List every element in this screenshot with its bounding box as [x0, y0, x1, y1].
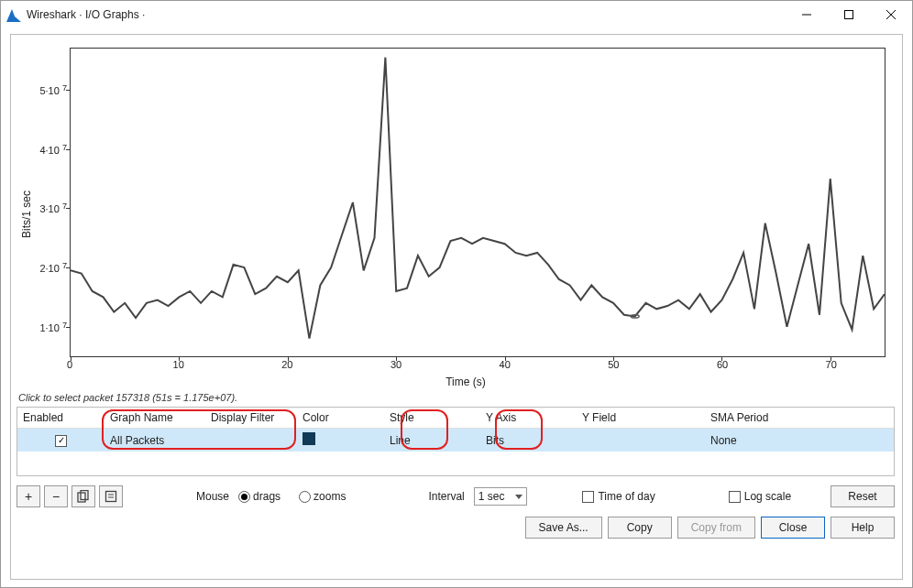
cell-yfield[interactable]: [577, 429, 705, 452]
y-axis-label: Bits/1 sec: [20, 191, 33, 238]
reset-button[interactable]: Reset: [830, 485, 895, 507]
x-tick-label: 50: [608, 359, 619, 370]
enabled-checkbox[interactable]: [55, 435, 67, 447]
x-ticks: 010203040506070: [70, 357, 886, 374]
duplicate-graph-button[interactable]: [72, 485, 95, 507]
cell-style[interactable]: Line: [384, 429, 480, 452]
cell-sma[interactable]: None: [705, 429, 894, 452]
x-tick-label: 40: [500, 359, 511, 370]
copyfrom-button[interactable]: Copy from: [677, 517, 755, 539]
y-tick-label: 5·10 7: [39, 83, 67, 97]
toolbar: + − Mouse drags zooms Interval 1 sec Tim…: [16, 485, 895, 507]
add-graph-button[interactable]: +: [16, 485, 40, 507]
client-area: Bits/1 sec 1·10 72·10 73·10 74·10 75·10 …: [10, 34, 903, 580]
y-ticks: 1·10 72·10 73·10 74·10 75·10 7: [32, 49, 69, 356]
series-line: [71, 49, 885, 356]
logscale-checkbox[interactable]: Log scale: [729, 490, 791, 503]
svg-rect-1: [845, 11, 853, 19]
table-row[interactable]: All Packets Line Bits None: [17, 429, 894, 452]
table-header-row: Enabled Graph Name Display Filter Color …: [17, 408, 894, 429]
col-style[interactable]: Style: [384, 408, 480, 429]
y-tick-label: 2·10 7: [39, 261, 67, 275]
x-axis-label: Time (s): [37, 376, 895, 388]
plot-area[interactable]: 1·10 72·10 73·10 74·10 75·10 7: [70, 48, 886, 357]
dialog-button-row: Save As... Copy Copy from Close Help: [16, 517, 895, 539]
x-tick-label: 0: [67, 359, 72, 370]
x-tick-label: 60: [717, 359, 728, 370]
chevron-down-icon: [515, 495, 522, 499]
help-button[interactable]: Help: [830, 517, 895, 539]
col-yaxis[interactable]: Y Axis: [480, 408, 577, 429]
x-tick-label: 20: [281, 359, 292, 370]
radio-drags[interactable]: drags: [238, 490, 280, 503]
svg-rect-5: [78, 493, 85, 502]
maximize-button[interactable]: [828, 1, 870, 28]
remove-graph-button[interactable]: −: [44, 485, 68, 507]
cell-graph-name[interactable]: All Packets: [104, 429, 205, 452]
y-tick-label: 4·10 7: [39, 143, 67, 157]
toolbar-left-group: + −: [16, 485, 123, 507]
minimize-button[interactable]: [786, 1, 828, 28]
window-frame: Wireshark · I/O Graphs · Bits/1 sec 1·10…: [0, 0, 913, 588]
col-color[interactable]: Color: [297, 408, 384, 429]
cell-display-filter[interactable]: [205, 429, 297, 452]
title-bar: Wireshark · I/O Graphs ·: [1, 1, 912, 28]
copy-button[interactable]: Copy: [608, 517, 672, 539]
col-display-filter[interactable]: Display Filter: [205, 408, 297, 429]
app-icon: [6, 7, 21, 22]
interval-label: Interval: [428, 490, 464, 503]
color-swatch[interactable]: [302, 432, 315, 445]
x-tick-label: 30: [390, 359, 402, 370]
plot-outer: 1·10 72·10 73·10 74·10 75·10 7 010203040…: [37, 40, 895, 388]
x-tick-label: 10: [173, 359, 184, 370]
status-line: Click to select packet 157318 (51s = 1.1…: [16, 388, 895, 407]
svg-rect-7: [106, 492, 116, 502]
svg-rect-6: [81, 491, 88, 500]
close-button[interactable]: Close: [761, 517, 825, 539]
clear-graphs-button[interactable]: [99, 485, 123, 507]
chart-panel: Bits/1 sec 1·10 72·10 73·10 74·10 75·10 …: [16, 40, 895, 388]
interval-select[interactable]: 1 sec: [474, 487, 528, 506]
saveas-button[interactable]: Save As...: [525, 517, 602, 539]
col-yfield[interactable]: Y Field: [577, 408, 705, 429]
window-title: Wireshark · I/O Graphs ·: [27, 8, 145, 21]
timeofday-checkbox[interactable]: Time of day: [582, 490, 654, 503]
y-tick-label: 3·10 7: [39, 201, 67, 215]
col-sma[interactable]: SMA Period: [705, 408, 894, 429]
y-tick-label: 1·10 7: [39, 320, 67, 333]
col-graph-name[interactable]: Graph Name: [104, 408, 205, 429]
mouse-label: Mouse: [196, 490, 229, 503]
close-window-button[interactable]: [870, 1, 912, 28]
graph-config-table: Enabled Graph Name Display Filter Color …: [16, 407, 895, 476]
col-enabled[interactable]: Enabled: [17, 408, 104, 429]
radio-zooms[interactable]: zooms: [299, 490, 346, 503]
x-tick-label: 70: [826, 359, 837, 370]
cell-yaxis[interactable]: Bits: [480, 429, 577, 452]
